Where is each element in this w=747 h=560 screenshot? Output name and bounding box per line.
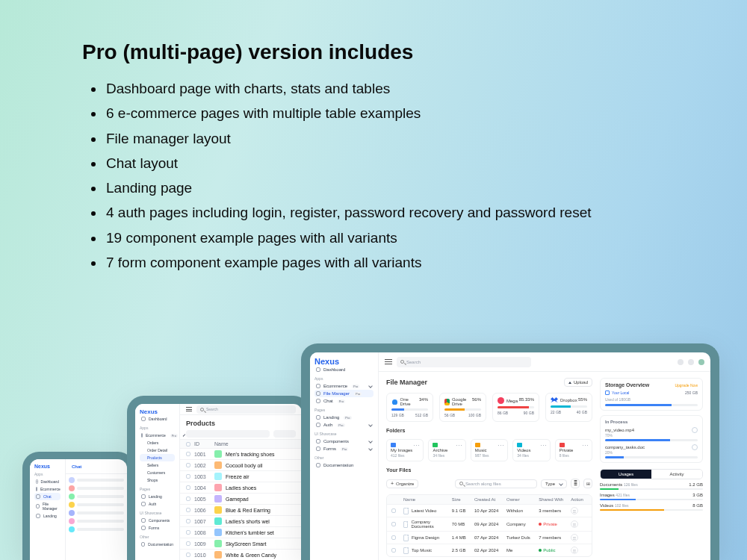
menu-icon[interactable] (385, 359, 392, 364)
sidebar-item-forms[interactable]: FormsPro (314, 445, 374, 452)
menu-icon[interactable] (186, 407, 192, 411)
sidebar-item-components[interactable]: Components (140, 517, 175, 524)
upload-button[interactable]: Upload (564, 378, 592, 387)
avatar[interactable] (698, 359, 704, 365)
checkbox[interactable] (186, 497, 190, 501)
row-action-button[interactable]: ⁝⁝ (571, 520, 578, 528)
checkbox[interactable] (391, 522, 396, 526)
folder-card[interactable]: Private8 files (555, 439, 592, 461)
checkbox[interactable] (186, 463, 190, 467)
chat-row[interactable] (69, 518, 124, 524)
sidebar-item-chat[interactable]: ChatPro (314, 397, 374, 405)
product-row[interactable]: 1008Kitchen's tumbler set (180, 526, 302, 538)
more-icon[interactable] (541, 445, 546, 446)
checkbox[interactable] (391, 548, 396, 553)
product-row[interactable]: 1010White & Green Candy (180, 549, 302, 560)
chat-row[interactable] (69, 526, 124, 532)
checkbox[interactable] (186, 474, 190, 479)
checkbox[interactable] (186, 553, 190, 557)
theme-toggle-icon[interactable] (678, 359, 684, 365)
more-icon[interactable] (583, 445, 588, 446)
folder-card[interactable]: Music987 files (471, 439, 508, 461)
bell-icon[interactable] (688, 359, 694, 365)
checkbox[interactable] (186, 442, 190, 447)
sidebar-item-components[interactable]: Components (314, 438, 374, 445)
sidebar-item-order-detail[interactable]: Order Detail (140, 447, 175, 454)
product-row[interactable]: 1001Men's tracking shoes (180, 448, 302, 459)
sidebar-item-ecommerce[interactable]: EcommercePro (140, 432, 175, 439)
cancel-icon[interactable] (692, 444, 698, 450)
product-row[interactable]: 1003Freeze air (180, 470, 302, 482)
sidebar-item-dashboard[interactable]: Dashboard (140, 415, 175, 423)
chat-row[interactable] (69, 502, 124, 508)
view-grid-button[interactable]: ⊞ (583, 479, 592, 488)
file-search-input[interactable]: Search along files (455, 479, 537, 488)
sidebar-item-ecommerce[interactable]: Ecommerce (34, 485, 61, 493)
row-action-button[interactable]: ⁝⁝ (571, 534, 578, 541)
more-icon[interactable] (414, 445, 419, 446)
chat-row[interactable] (69, 485, 124, 491)
sidebar-item-auth[interactable]: Auth (140, 500, 175, 508)
checkbox[interactable] (391, 508, 396, 513)
sidebar-item-products[interactable]: Products (140, 454, 175, 461)
product-row[interactable]: 1006Blue & Red Earring (180, 504, 302, 515)
product-row[interactable]: 1002Cocooil body oil (180, 459, 302, 470)
file-row[interactable]: Company Documents70 MB09 Apr 2024Company… (387, 517, 592, 531)
organize-button[interactable]: +Organize (386, 479, 418, 488)
sidebar-item-landing[interactable]: LandingPro (314, 414, 374, 421)
checkbox[interactable] (186, 519, 190, 523)
sidebar-item-file-manager[interactable]: File ManagerPro (314, 390, 374, 397)
upgrade-link[interactable]: Upgrade Now (675, 383, 698, 388)
drive-card[interactable]: Mega85.33%86 GB90 GB (492, 393, 539, 422)
sidebar-item-chat[interactable]: Chat (34, 493, 61, 500)
file-row[interactable]: Top Music2.5 GB02 Apr 2024MePublic⁝⁝ (387, 544, 592, 556)
checkbox[interactable] (186, 485, 190, 490)
chat-row[interactable] (69, 510, 124, 516)
product-search-input[interactable] (186, 430, 270, 438)
sidebar-item-landing[interactable]: Landing (140, 493, 175, 500)
chat-row[interactable] (69, 494, 124, 500)
file-row[interactable]: Latest Video9.1 GB10 Apr 2024Withdon3 me… (387, 504, 592, 517)
sidebar-item-shops[interactable]: Shops (140, 476, 175, 484)
folder-card[interactable]: Videos34 files (512, 439, 550, 461)
tab-activity[interactable]: Activity (651, 470, 702, 479)
checkbox[interactable] (186, 508, 190, 512)
sidebar-item-orders[interactable]: Orders (140, 439, 175, 447)
row-action-button[interactable]: ⁝⁝ (571, 507, 578, 514)
sidebar-item-landing[interactable]: Landing (34, 512, 61, 520)
more-icon[interactable] (456, 445, 462, 446)
sidebar-item-ecommerce[interactable]: EcommercePro (314, 382, 374, 390)
sidebar-item-forms[interactable]: Forms (140, 524, 175, 532)
cancel-icon[interactable] (692, 427, 698, 433)
sidebar-item-documentation[interactable]: Documentation (314, 461, 374, 469)
sidebar-item-dashboard[interactable]: Dashboard (34, 478, 61, 485)
checkbox[interactable] (186, 530, 190, 535)
file-row[interactable]: Figma Design1.4 MB07 Apr 2024Turkez Duls… (387, 531, 592, 544)
sidebar-item-sellers[interactable]: Sellers (140, 461, 175, 469)
sidebar-item-customers[interactable]: Customers (140, 469, 175, 476)
folder-card[interactable]: Archive34 files (428, 439, 465, 461)
product-row[interactable]: 1009SkyScreen Smart (180, 538, 302, 549)
sidebar-item-file-manager[interactable]: File Manager (34, 500, 61, 512)
search-input[interactable]: Search (196, 405, 296, 414)
tab-usages[interactable]: Usages (601, 470, 651, 479)
product-row[interactable]: 1005Gamepad (180, 493, 302, 504)
sidebar-item-auth[interactable]: AuthPro (314, 421, 374, 429)
product-row[interactable]: 1004Ladies shoes (180, 482, 302, 493)
sidebar-item-dashboard[interactable]: Dashboard (314, 366, 374, 373)
checkbox[interactable] (186, 541, 190, 546)
sidebar-item-documentation[interactable]: Documentation (140, 541, 175, 548)
drive-card[interactable]: Google Drive56%56 GB100 GB (439, 393, 486, 422)
chat-row[interactable] (69, 477, 124, 483)
folder-card[interactable]: My Images412 files (386, 439, 424, 461)
more-icon[interactable] (498, 445, 503, 446)
drive-card[interactable]: One Drive34%129 GB512 GB (386, 393, 433, 422)
search-input[interactable]: Search (397, 357, 531, 367)
product-row[interactable]: 1007Ladies's shorts wel (180, 515, 302, 526)
view-list-button[interactable]: ≣ (571, 479, 580, 488)
type-filter[interactable]: Type (541, 479, 567, 488)
drive-card[interactable]: Dropbox55%22 GB40 GB (545, 393, 592, 422)
row-action-button[interactable]: ⁝⁝ (571, 547, 578, 554)
checkbox[interactable] (186, 452, 190, 456)
category-filter[interactable] (273, 430, 296, 438)
